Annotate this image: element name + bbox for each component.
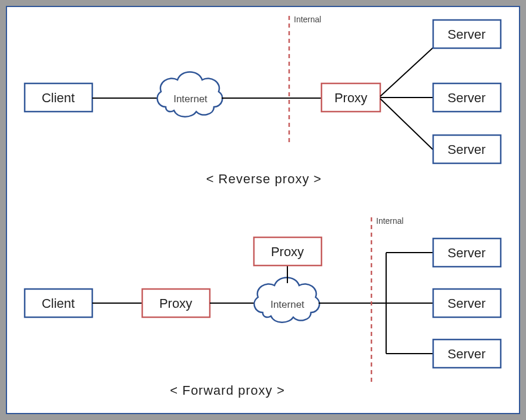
forward-proxy-diagram: Client Proxy Internet Proxy Internal (25, 216, 501, 398)
reverse-proxy-diagram: Client Internet Internal Proxy Server (25, 15, 501, 186)
server-box-1: Server (433, 238, 501, 267)
proxy1-label: Proxy (159, 296, 192, 311)
proxy-box: Proxy (321, 83, 380, 112)
proxy2-label: Proxy (271, 244, 304, 259)
server-box-3: Server (433, 135, 501, 163)
client-box: Client (25, 289, 92, 317)
internet-label: Internet (173, 93, 207, 105)
server-box-3: Server (433, 340, 501, 368)
client-label: Client (42, 90, 75, 105)
link-proxy-server3 (380, 99, 433, 150)
proxy-box-top: Proxy (254, 237, 321, 266)
internet-cloud: Internet (158, 72, 223, 117)
server1-label: Server (448, 27, 486, 42)
server2-label: Server (448, 296, 486, 311)
reverse-caption: < Reverse proxy > (206, 172, 322, 186)
diagram-frame: Client Internet Internal Proxy Server (6, 6, 520, 414)
internal-label-text: Internal (376, 216, 404, 226)
server-box-1: Server (433, 20, 501, 48)
internet-cloud: Internet (254, 278, 320, 322)
proxy-label: Proxy (334, 90, 367, 105)
forward-caption: < Forward proxy > (170, 383, 285, 398)
client-box: Client (25, 83, 92, 112)
link-proxy-server1 (380, 48, 433, 96)
client-label: Client (42, 296, 75, 311)
proxy-box-inline: Proxy (142, 289, 210, 317)
server3-label: Server (448, 347, 486, 361)
server-box-2: Server (433, 83, 501, 112)
server3-label: Server (448, 142, 486, 157)
internet-label: Internet (270, 299, 304, 310)
internal-label-text: Internal (294, 15, 321, 24)
server2-label: Server (448, 90, 486, 105)
server1-label: Server (448, 246, 486, 260)
server-box-2: Server (433, 289, 501, 317)
